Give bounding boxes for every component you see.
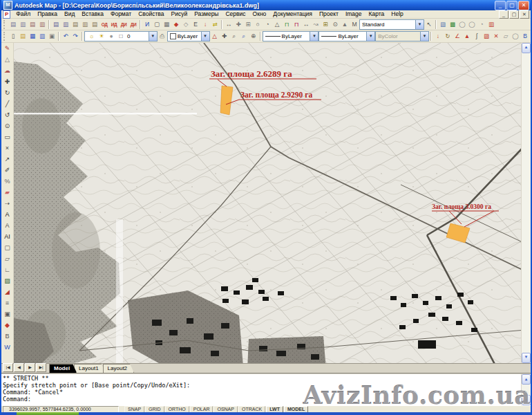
polyline-icon[interactable]: ↺ [2, 110, 12, 121]
chevron-down-icon[interactable]: ▼ [201, 32, 209, 41]
scroll-up-icon[interactable]: ▲ [522, 374, 531, 385]
ellipse-tool-icon[interactable]: ◯ [511, 32, 520, 41]
drawing-cleanup-icon[interactable]: ▤ [90, 20, 99, 29]
save-all-button[interactable]: ▥ [37, 32, 47, 41]
leader-icon[interactable]: ↗ [2, 154, 12, 165]
red-arrow-down-icon[interactable]: ↓ [200, 20, 210, 29]
model-toggle[interactable]: MODEL [284, 406, 308, 413]
polar-toggle[interactable]: POLAR [190, 406, 213, 413]
menu-service[interactable]: Сервис [222, 10, 249, 19]
command-window[interactable]: ** STRETCH **Specify stretch point or [B… [1, 373, 531, 405]
menu-image[interactable]: Image [342, 10, 365, 19]
extents-icon[interactable]: ↔ [224, 20, 234, 29]
grid-snap-icon[interactable]: ⊞ [243, 20, 253, 29]
menu-file[interactable]: Файл [12, 10, 34, 19]
line-icon[interactable]: ╱ [2, 99, 12, 110]
menu-view[interactable]: Вид [61, 10, 78, 19]
menu-draw[interactable]: Рисуй [167, 10, 191, 19]
object-data-attach-icon[interactable]: ИД [109, 20, 119, 29]
query-library-icon[interactable]: ▥ [18, 20, 28, 29]
undo-button[interactable]: ↶ [61, 32, 70, 41]
new-button[interactable]: ▯ [8, 32, 18, 41]
detach-drawing-icon[interactable]: ▥ [61, 20, 70, 29]
menu-window[interactable]: Окно [249, 10, 270, 19]
new-sheet-icon[interactable]: ▢ [152, 20, 162, 29]
close-button[interactable]: ✕ [518, 1, 529, 10]
m-tool-icon[interactable]: M [350, 20, 359, 29]
style-cursor-icon[interactable]: ↖ [424, 20, 434, 29]
text-icon[interactable]: A [2, 210, 12, 221]
b-tool-icon[interactable]: B [520, 32, 530, 41]
scroll-down-icon[interactable]: ▼ [522, 353, 531, 363]
grid-toggle[interactable]: GRID [145, 406, 164, 413]
topographic-map[interactable]: Заг. площа 2.6289 га Заг. площа 2.9290 г… [14, 43, 525, 363]
zoom-realtime-button[interactable]: ⌕ [229, 32, 239, 41]
menu-dimensions[interactable]: Размеры [191, 10, 222, 19]
menu-project[interactable]: Проект [316, 10, 342, 19]
node-snap-icon[interactable]: ✚ [234, 20, 243, 29]
menu-format[interactable]: Формат [107, 10, 135, 19]
menu-edit[interactable]: Правка [34, 10, 61, 19]
map-canvas[interactable]: Заг. площа 2.6289 га Заг. площа 2.9290 г… [14, 43, 531, 363]
save-to-source-icon[interactable]: ▥ [80, 20, 90, 29]
minimize-button[interactable]: _ [495, 1, 506, 10]
doc-minimize-button[interactable]: _ [499, 10, 509, 19]
circle-tool-icon[interactable]: ○ [253, 20, 263, 29]
scroll-up-icon[interactable]: ▲ [522, 43, 531, 53]
angle-tool-icon[interactable]: ∠ [453, 32, 462, 41]
run-query-icon[interactable]: ▤ [28, 20, 37, 29]
triangle-warning-icon[interactable]: △ [2, 55, 12, 66]
chevron-down-icon[interactable]: ▼ [366, 32, 374, 41]
osnap-toggle[interactable]: OSNAP [213, 406, 238, 413]
green-bracket-icon[interactable]: ⊓ [282, 20, 292, 29]
open-polygon-icon[interactable]: ∟ [2, 265, 12, 276]
lineweight-dropdown[interactable]: ByLayer ▼ [319, 31, 375, 42]
zoom-window-button[interactable]: ⌕ [239, 32, 249, 41]
sheets-button[interactable]: ▣ [47, 32, 57, 41]
ellipse-class-icon-1[interactable]: ◯ [457, 20, 467, 29]
save-button[interactable]: ▦ [28, 32, 37, 41]
rect2-icon[interactable]: ▢ [2, 243, 12, 254]
menu-properties[interactable]: Свойства [135, 10, 167, 19]
menu-insert[interactable]: Вставка [78, 10, 107, 19]
red-triangle-icon[interactable]: ▲ [462, 32, 472, 41]
hatch-class-icon-2[interactable]: ▩ [448, 20, 457, 29]
hatch-class-icon-1[interactable]: ▨ [438, 20, 448, 29]
pencil-icon[interactable]: ✐ [2, 165, 12, 176]
document-icon[interactable]: P [3, 10, 10, 19]
revcloud-icon[interactable]: ☁ [2, 66, 12, 77]
redraw-button[interactable]: △ [210, 32, 220, 41]
tab-last-button[interactable]: ▶| [36, 363, 46, 372]
color-dropdown[interactable]: ByLayer ▼ [167, 31, 210, 42]
lineweight-tool-icon[interactable]: ↓ [433, 32, 443, 41]
define-query-icon[interactable]: ▤ [8, 20, 18, 29]
center-tool-icon[interactable]: ⊙ [330, 20, 340, 29]
grid-class-icon[interactable]: ▥ [486, 20, 496, 29]
break-icon[interactable]: × [2, 143, 12, 154]
text-align-icon[interactable]: A [2, 221, 12, 232]
red-bracket-icon[interactable]: ⊓ [292, 20, 301, 29]
tab-prev-button[interactable]: ◀ [14, 363, 24, 372]
object-data-edit-icon[interactable]: ДИ [119, 20, 129, 29]
polygon-tool-icon[interactable]: ▱ [501, 32, 511, 41]
stretch-tool-icon[interactable]: ↔ [301, 20, 311, 29]
arc-tool-icon[interactable]: ◔ [263, 20, 272, 29]
point-icon[interactable]: ⊙ [2, 121, 12, 132]
mtext-icon[interactable]: AI [2, 232, 12, 243]
white-diamond-icon[interactable]: ◇ [181, 20, 191, 29]
red-hatch-icon[interactable]: ▨ [482, 32, 491, 41]
link-icon[interactable]: % [2, 176, 12, 187]
redo-button[interactable]: ↷ [70, 32, 80, 41]
doc-close-button[interactable]: ✕ [520, 10, 529, 19]
scale-bar-icon[interactable]: ≡ [2, 298, 12, 309]
move-icon[interactable]: ✚ [2, 77, 12, 88]
tab-model[interactable]: Model [49, 364, 77, 373]
dashed-leader-icon[interactable]: ⇢ [2, 199, 12, 210]
ellipse-class-icon-2[interactable]: ◯ [467, 20, 477, 29]
sketch-icon[interactable]: ✎ [2, 44, 12, 55]
cyrillic-i-tool-icon[interactable]: И [142, 20, 152, 29]
command-prompt-line[interactable]: Command: [3, 396, 521, 403]
red-diamond-icon[interactable]: ◆ [171, 20, 181, 29]
curve-tool-icon[interactable]: ↝ [311, 20, 321, 29]
cell-tool-icon[interactable]: ⊞ [321, 20, 330, 29]
